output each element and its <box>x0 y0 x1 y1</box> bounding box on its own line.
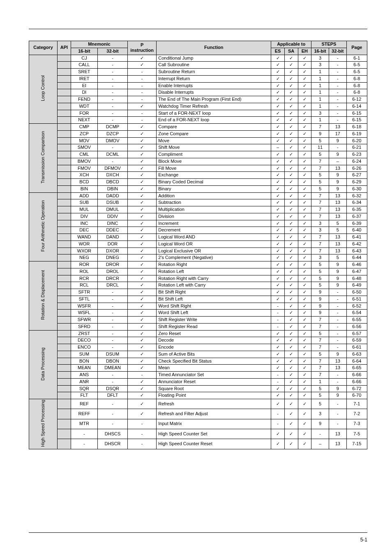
cell-api <box>58 234 71 241</box>
table-row: ANR-✓Annunciator Reset-✓✓1-6-66 <box>29 378 367 385</box>
cell-api <box>58 358 71 365</box>
cell-s16: 7 <box>311 358 329 365</box>
cell-m16: MEAN <box>71 365 97 372</box>
cell-es: ✓ <box>271 344 285 351</box>
cell-m32: DBON <box>98 358 128 365</box>
cell-page: 6-65 <box>346 365 367 372</box>
cell-m16: NEXT <box>71 117 97 124</box>
cell-p: - <box>127 439 156 449</box>
cell-api <box>58 419 71 429</box>
cell-fn: Decode <box>157 337 271 344</box>
col-category: Category <box>29 41 58 55</box>
cell-es: ✓ <box>271 358 285 365</box>
cell-m32: - <box>98 103 128 110</box>
cell-api <box>58 247 71 254</box>
cell-s32: - <box>329 303 346 310</box>
cell-s16: 5 <box>311 330 329 337</box>
cell-s16: 11 <box>311 144 329 151</box>
cell-api <box>58 323 71 330</box>
cell-fn: Shift Move <box>157 144 271 151</box>
table-row: BCDDBCD✓Binary Coded Decimal✓✓✓596-29 <box>29 179 367 186</box>
cell-s32: 5 <box>329 220 346 227</box>
cell-fn: 2's Complement (Negative) <box>157 254 271 261</box>
cell-s32: - <box>329 289 346 296</box>
cell-m16: SUB <box>71 199 97 206</box>
cell-s32: 13 <box>329 234 346 241</box>
cell-fn: Word Shift Left <box>157 310 271 317</box>
cell-s32: 9 <box>329 179 346 186</box>
cell-p: ✓ <box>127 130 156 137</box>
table-row: SFTR-✓Bit Shift Right✓✓✓9-6-50 <box>29 289 367 296</box>
table-row: MOVDMOV✓Move✓✓✓596-20 <box>29 137 367 144</box>
cell-p: ✓ <box>127 365 156 372</box>
table-row: DI--Disable Interrupts✓✓✓1-6-8 <box>29 89 367 96</box>
cell-fn: Mean <box>157 365 271 372</box>
cell-m32: - <box>98 419 128 429</box>
cell-p: ✓ <box>127 275 156 282</box>
table-row: SRET--Subroutine Return✓✓✓1-6-5 <box>29 69 367 76</box>
cell-s16: 1 <box>311 96 329 103</box>
cell-fn: Disable Interrupts <box>157 89 271 96</box>
cell-es: ✓ <box>271 82 285 89</box>
cell-p: ✓ <box>127 227 156 234</box>
cell-page: 6-19 <box>346 130 367 137</box>
cell-s32: - <box>329 89 346 96</box>
table-row: Data ProcessingZRST-✓Zero Reset✓✓✓5-6-57 <box>29 330 367 337</box>
cell-m32: DBCD <box>98 179 128 186</box>
category-label: High Speed Processing <box>40 400 46 447</box>
col-es: ES <box>271 48 285 55</box>
table-row: Loop ControlCJ-✓Conditional Jump✓✓✓3-6-1 <box>29 55 367 62</box>
cell-s32: - <box>329 419 346 429</box>
cell-s16: 5 <box>311 137 329 144</box>
cell-es: - <box>271 372 285 379</box>
cell-m16: NEG <box>71 254 97 261</box>
cell-es: ✓ <box>271 103 285 110</box>
cell-api <box>58 254 71 261</box>
cell-sa: ✓ <box>284 399 298 409</box>
table-row: Four Arithmetic OperationADDDADD✓Additio… <box>29 192 367 199</box>
cell-eh: ✓ <box>298 323 311 330</box>
table-row: NEXT--End of a FOR-NEXT loop✓✓✓1-6-15 <box>29 117 367 124</box>
cell-eh: ✓ <box>298 275 311 282</box>
cell-api <box>58 409 71 419</box>
cell-page: 6-70 <box>346 392 367 399</box>
cell-s16: 9 <box>311 310 329 317</box>
cell-m32: - <box>98 110 128 117</box>
cell-s32: 13 <box>329 365 346 372</box>
table-row: -DHSCR-High Speed Counter Reset✓✓✓–137-1… <box>29 439 367 449</box>
cell-api <box>58 124 71 131</box>
cell-api <box>58 330 71 337</box>
cell-p: ✓ <box>127 330 156 337</box>
cell-p: - <box>127 69 156 76</box>
cell-fn: Shift Register Read <box>157 323 271 330</box>
table-row: CALL-✓Call Subroutine✓✓✓3-6-5 <box>29 62 367 69</box>
cell-p: ✓ <box>127 358 156 365</box>
cell-page: 6-32 <box>346 192 367 199</box>
cell-page: 6-24 <box>346 158 367 165</box>
cell-sa: ✓ <box>284 351 298 358</box>
cell-api <box>58 151 71 158</box>
cell-s32: - <box>329 75 346 82</box>
cell-p: ✓ <box>127 55 156 62</box>
table-row: SFRD-✓Shift Register Read-✓✓7-6-56 <box>29 323 367 330</box>
cell-s32: 17 <box>329 130 346 137</box>
cell-p: ✓ <box>127 247 156 254</box>
cell-page: 6-35 <box>346 206 367 213</box>
cell-s32: - <box>329 62 346 69</box>
cell-s32: 9 <box>329 385 346 392</box>
cell-p: ✓ <box>127 179 156 186</box>
table-row: FOR--Start of a FOR-NEXT loop✓✓✓3-6-15 <box>29 110 367 117</box>
cell-sa: ✓ <box>284 330 298 337</box>
cell-s16: 5 <box>311 185 329 192</box>
cell-s32: - <box>329 317 346 324</box>
cell-m16: CML <box>71 151 97 158</box>
cell-s16: 3 <box>311 409 329 419</box>
cell-m16: SFTL <box>71 296 97 303</box>
cell-page: 6-52 <box>346 303 367 310</box>
cell-fn: Addition <box>157 192 271 199</box>
cell-s16: 7 <box>311 199 329 206</box>
category-cell: Loop Control <box>29 55 58 124</box>
cell-page: 6-66 <box>346 372 367 379</box>
cell-eh: ✓ <box>298 130 311 137</box>
cell-s32: 9 <box>329 151 346 158</box>
